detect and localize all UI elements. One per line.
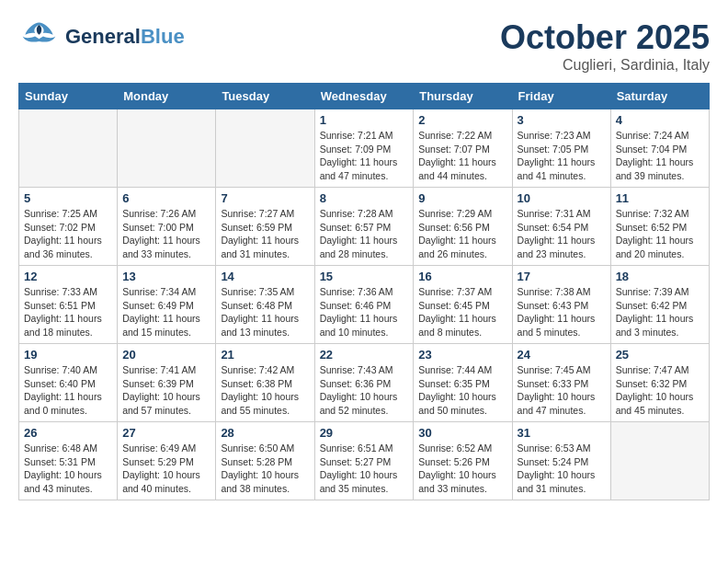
- day-number: 30: [418, 426, 506, 440]
- table-row: 11Sunrise: 7:32 AMSunset: 6:52 PMDayligh…: [610, 188, 709, 266]
- day-number: 26: [24, 426, 112, 440]
- table-row: 3Sunrise: 7:23 AMSunset: 7:05 PMDaylight…: [512, 109, 610, 188]
- logo: GeneralBlue: [18, 18, 185, 55]
- week-row-1: 1Sunrise: 7:21 AMSunset: 7:09 PMDaylight…: [19, 109, 710, 188]
- day-number: 18: [616, 270, 704, 283]
- table-row: 24Sunrise: 7:45 AMSunset: 6:33 PMDayligh…: [512, 344, 610, 422]
- day-number: 9: [418, 191, 506, 205]
- table-row: [216, 109, 314, 188]
- day-info: Sunrise: 7:43 AMSunset: 6:36 PMDaylight:…: [320, 363, 409, 418]
- col-sunday: Sunday: [19, 84, 118, 109]
- day-info: Sunrise: 6:48 AMSunset: 5:31 PMDaylight:…: [24, 442, 112, 496]
- month-title: October 2025: [500, 18, 710, 57]
- table-row: 15Sunrise: 7:36 AMSunset: 6:46 PMDayligh…: [314, 266, 414, 344]
- col-thursday: Thursday: [414, 84, 512, 109]
- day-number: 3: [518, 113, 606, 127]
- day-info: Sunrise: 7:25 AMSunset: 7:02 PMDaylight:…: [24, 207, 112, 261]
- day-info: Sunrise: 7:21 AMSunset: 7:09 PMDaylight:…: [320, 129, 409, 183]
- week-row-5: 26Sunrise: 6:48 AMSunset: 5:31 PMDayligh…: [19, 422, 710, 500]
- day-number: 8: [320, 191, 409, 205]
- day-number: 24: [518, 348, 606, 362]
- title-area: October 2025 Cuglieri, Sardinia, Italy: [500, 18, 710, 74]
- table-row: 18Sunrise: 7:39 AMSunset: 6:42 PMDayligh…: [610, 266, 709, 344]
- day-info: Sunrise: 6:53 AMSunset: 5:24 PMDaylight:…: [518, 442, 606, 496]
- day-number: 19: [24, 348, 112, 362]
- day-info: Sunrise: 6:52 AMSunset: 5:26 PMDaylight:…: [418, 442, 506, 496]
- table-row: 29Sunrise: 6:51 AMSunset: 5:27 PMDayligh…: [314, 422, 414, 500]
- table-row: 25Sunrise: 7:47 AMSunset: 6:32 PMDayligh…: [610, 344, 709, 422]
- day-number: 16: [418, 270, 506, 283]
- day-number: 13: [122, 270, 210, 283]
- day-number: 21: [221, 348, 309, 362]
- table-row: 6Sunrise: 7:26 AMSunset: 7:00 PMDaylight…: [118, 188, 216, 266]
- day-number: 2: [418, 113, 506, 127]
- day-number: 12: [24, 270, 112, 283]
- day-info: Sunrise: 7:40 AMSunset: 6:40 PMDaylight:…: [24, 363, 112, 418]
- day-info: Sunrise: 7:27 AMSunset: 6:59 PMDaylight:…: [221, 207, 309, 261]
- day-info: Sunrise: 7:42 AMSunset: 6:38 PMDaylight:…: [221, 363, 309, 418]
- day-info: Sunrise: 7:37 AMSunset: 6:45 PMDaylight:…: [418, 285, 506, 339]
- table-row: 8Sunrise: 7:28 AMSunset: 6:57 PMDaylight…: [314, 188, 414, 266]
- day-number: 10: [518, 191, 606, 205]
- day-number: 7: [221, 191, 309, 205]
- day-number: 4: [616, 113, 704, 127]
- day-info: Sunrise: 7:45 AMSunset: 6:33 PMDaylight:…: [518, 363, 606, 418]
- col-friday: Friday: [512, 84, 610, 109]
- day-number: 20: [122, 348, 210, 362]
- table-row: 12Sunrise: 7:33 AMSunset: 6:51 PMDayligh…: [19, 266, 118, 344]
- table-row: [118, 109, 216, 188]
- day-info: Sunrise: 7:36 AMSunset: 6:46 PMDaylight:…: [320, 285, 409, 339]
- day-info: Sunrise: 7:33 AMSunset: 6:51 PMDaylight:…: [24, 285, 112, 339]
- day-number: 23: [418, 348, 506, 362]
- day-info: Sunrise: 7:23 AMSunset: 7:05 PMDaylight:…: [518, 129, 606, 183]
- day-info: Sunrise: 6:50 AMSunset: 5:28 PMDaylight:…: [221, 442, 309, 496]
- table-row: 4Sunrise: 7:24 AMSunset: 7:04 PMDaylight…: [610, 109, 709, 188]
- day-number: 29: [320, 426, 409, 440]
- day-info: Sunrise: 6:51 AMSunset: 5:27 PMDaylight:…: [320, 442, 409, 496]
- table-row: [610, 422, 709, 500]
- day-number: 15: [320, 270, 409, 283]
- week-row-2: 5Sunrise: 7:25 AMSunset: 7:02 PMDaylight…: [19, 188, 710, 266]
- day-info: Sunrise: 7:31 AMSunset: 6:54 PMDaylight:…: [518, 207, 606, 261]
- day-info: Sunrise: 7:24 AMSunset: 7:04 PMDaylight:…: [616, 129, 704, 183]
- day-info: Sunrise: 7:32 AMSunset: 6:52 PMDaylight:…: [616, 207, 704, 261]
- day-number: 27: [122, 426, 210, 440]
- day-number: 25: [616, 348, 704, 362]
- day-info: Sunrise: 7:35 AMSunset: 6:48 PMDaylight:…: [221, 285, 309, 339]
- day-info: Sunrise: 7:41 AMSunset: 6:39 PMDaylight:…: [122, 363, 210, 418]
- table-row: 1Sunrise: 7:21 AMSunset: 7:09 PMDaylight…: [314, 109, 414, 188]
- table-row: 7Sunrise: 7:27 AMSunset: 6:59 PMDaylight…: [216, 188, 314, 266]
- table-row: 31Sunrise: 6:53 AMSunset: 5:24 PMDayligh…: [512, 422, 610, 500]
- logo-text: GeneralBlue: [65, 26, 185, 48]
- table-row: 16Sunrise: 7:37 AMSunset: 6:45 PMDayligh…: [414, 266, 512, 344]
- day-number: 31: [518, 426, 606, 440]
- table-row: 22Sunrise: 7:43 AMSunset: 6:36 PMDayligh…: [314, 344, 414, 422]
- day-number: 28: [221, 426, 309, 440]
- table-row: 27Sunrise: 6:49 AMSunset: 5:29 PMDayligh…: [118, 422, 216, 500]
- table-row: 19Sunrise: 7:40 AMSunset: 6:40 PMDayligh…: [19, 344, 118, 422]
- page-header: GeneralBlue October 2025 Cuglieri, Sardi…: [18, 18, 710, 74]
- col-saturday: Saturday: [610, 84, 709, 109]
- table-row: 20Sunrise: 7:41 AMSunset: 6:39 PMDayligh…: [118, 344, 216, 422]
- table-row: 23Sunrise: 7:44 AMSunset: 6:35 PMDayligh…: [414, 344, 512, 422]
- day-info: Sunrise: 7:47 AMSunset: 6:32 PMDaylight:…: [616, 363, 704, 418]
- table-row: 30Sunrise: 6:52 AMSunset: 5:26 PMDayligh…: [414, 422, 512, 500]
- day-number: 22: [320, 348, 409, 362]
- logo-blue: Blue: [141, 25, 185, 48]
- table-row: 5Sunrise: 7:25 AMSunset: 7:02 PMDaylight…: [19, 188, 118, 266]
- day-info: Sunrise: 7:22 AMSunset: 7:07 PMDaylight:…: [418, 129, 506, 183]
- day-number: 1: [320, 113, 409, 127]
- day-number: 14: [221, 270, 309, 283]
- location: Cuglieri, Sardinia, Italy: [500, 57, 710, 74]
- table-row: 14Sunrise: 7:35 AMSunset: 6:48 PMDayligh…: [216, 266, 314, 344]
- table-row: 28Sunrise: 6:50 AMSunset: 5:28 PMDayligh…: [216, 422, 314, 500]
- table-row: 9Sunrise: 7:29 AMSunset: 6:56 PMDaylight…: [414, 188, 512, 266]
- day-info: Sunrise: 6:49 AMSunset: 5:29 PMDaylight:…: [122, 442, 210, 496]
- table-row: 13Sunrise: 7:34 AMSunset: 6:49 PMDayligh…: [118, 266, 216, 344]
- table-row: 10Sunrise: 7:31 AMSunset: 6:54 PMDayligh…: [512, 188, 610, 266]
- table-row: 21Sunrise: 7:42 AMSunset: 6:38 PMDayligh…: [216, 344, 314, 422]
- table-row: [19, 109, 118, 188]
- table-row: 2Sunrise: 7:22 AMSunset: 7:07 PMDaylight…: [414, 109, 512, 188]
- day-number: 17: [518, 270, 606, 283]
- day-number: 5: [24, 191, 112, 205]
